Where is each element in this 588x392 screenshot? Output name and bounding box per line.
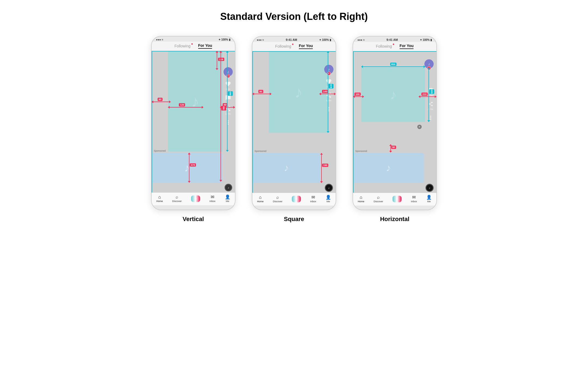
time-h: 9:41 AM (387, 38, 398, 41)
profile-icon-sq: 👤 (326, 195, 331, 200)
nav-discover-v[interactable]: ⌕ Discover (172, 195, 182, 203)
signal-vertical: ●●● ≈ (156, 38, 163, 41)
home-icon-v: ⌂ (158, 195, 161, 199)
left-measure-sq (252, 51, 253, 193)
profile-icon-v: 👤 (225, 195, 230, 199)
nav-discover-label-h: Discover (373, 200, 383, 203)
nav-inbox-sq[interactable]: ✉ Inbox (310, 195, 316, 203)
nav-plus-sq[interactable]: + (292, 196, 301, 202)
tab-following-h[interactable]: Following (376, 44, 392, 48)
label-horizontal: Horizontal (380, 216, 409, 223)
music-bar-h: ♪ (353, 183, 436, 193)
plus-button-v[interactable]: + (191, 195, 200, 202)
nav-inbox-h[interactable]: ✉ Inbox (411, 195, 417, 203)
music-disc-h[interactable]: ♪ (425, 184, 434, 192)
nav-plus-v[interactable]: + (191, 195, 200, 202)
phone-container-square: ●●● ≈ 9:41 AM ✦ 100% ▮ Following For You (252, 36, 336, 223)
nav-bar-horizontal: ⌂ Home ⌕ Discover + ✉ Inbox 👤 Me (353, 193, 436, 206)
label-square: Square (284, 216, 304, 223)
measure-640h-sq-wrap: 640 (326, 51, 330, 133)
avatar-h[interactable]: ♪ + (424, 59, 434, 69)
search-icon-v: ⌕ (176, 195, 178, 199)
status-bar-horizontal: ●●● ≈ 9:41 AM ✦ 100% ▮ (353, 36, 436, 42)
video-area-horizontal: ♪ (361, 68, 425, 122)
nav-home-v[interactable]: ⌂ Home (156, 195, 163, 203)
dot-h (393, 44, 394, 45)
top-measure-sq (252, 51, 336, 52)
nav-me-sq[interactable]: 👤 Me (326, 195, 331, 203)
nav-inbox-label-v: Inbox (209, 200, 215, 203)
nav-home-sq[interactable]: ⌂ Home (257, 195, 264, 203)
plus-button-sq[interactable]: + (292, 196, 301, 202)
measure-100-h: 100 (353, 95, 364, 99)
measure-560-h-wrap: 560 (427, 68, 431, 122)
nav-me-label-v: Me (226, 200, 229, 203)
sponsored-sq: Sponsored (255, 150, 267, 152)
battery-vertical: ✦ 100% ▮ (218, 38, 231, 41)
label-80-h: 80 (391, 146, 396, 149)
phones-row: ●●● ≈ ✦ 100% ▮ Following For You (151, 36, 437, 223)
tab-following-v[interactable]: Following (174, 44, 191, 48)
phone-container-vertical: ●●● ≈ ✦ 100% ▮ Following For You (151, 36, 235, 223)
measure-60-sq-left: 60 (252, 92, 271, 96)
status-bar-vertical: ●●● ≈ ✦ 100% ▮ (152, 36, 235, 42)
tab-foryou-sq[interactable]: For You (299, 44, 313, 49)
search-icon-sq: ⌕ (276, 195, 279, 200)
page-title: Standard Version (Left to Right) (220, 11, 368, 22)
label-120-v: 120 (179, 103, 185, 106)
music-disc-sq[interactable]: ♪ (325, 184, 333, 192)
close-btn-h[interactable]: ✕ (417, 125, 422, 129)
label-370-v: 370 (190, 163, 196, 167)
nav-home-h[interactable]: ⌂ Home (358, 195, 364, 203)
music-bar-v: ♪ (152, 183, 235, 192)
phone-horizontal: ●●● ≈ 9:41 AM ✦ 100% ▮ Following For You (353, 36, 437, 210)
label-60-sq: 60 (258, 90, 263, 93)
nav-me-v[interactable]: 👤 Me (225, 195, 230, 203)
ad-card-h[interactable]: ♪ (353, 153, 424, 183)
home-icon-h: ⌂ (360, 195, 362, 200)
measure-370-wrap: 370 (187, 153, 191, 183)
tiktok-symbol-h: ♪ (428, 62, 430, 66)
nav-me-label-h: Me (427, 200, 431, 203)
tab-foryou-h[interactable]: For You (400, 44, 414, 49)
nav-home-label-sq: Home (257, 200, 264, 203)
phone-container-horizontal: ●●● ≈ 9:41 AM ✦ 100% ▮ Following For You (353, 36, 437, 223)
nav-plus-h[interactable]: + (393, 196, 402, 202)
tabs-horizontal: Following For You (353, 44, 436, 49)
phone-square: ●●● ≈ 9:41 AM ✦ 100% ▮ Following For You (252, 36, 336, 210)
nav-me-h[interactable]: 👤 Me (426, 195, 432, 203)
nav-inbox-v[interactable]: ✉ Inbox (209, 195, 215, 203)
label-100-h: 100 (354, 93, 361, 96)
tab-following-sq[interactable]: Following (275, 44, 291, 48)
content-vertical: ♪ ♪ + 9.6K (152, 51, 235, 192)
measure-80-h-wrap: 80 (388, 144, 393, 152)
left-measure-line-v (152, 51, 152, 192)
profile-icon-h: 👤 (426, 195, 432, 200)
measure-780-wrap: 780 (219, 51, 223, 182)
label-vertical: Vertical (183, 216, 204, 223)
ad-tiktok-sq: ♪ (284, 162, 289, 174)
ad-tiktok-h: ♪ (386, 162, 391, 174)
dot-v (191, 43, 193, 45)
inbox-icon-v: ✉ (211, 195, 214, 199)
home-icon-sq: ⌂ (259, 195, 262, 200)
nav-discover-sq[interactable]: ⌕ Discover (273, 195, 282, 203)
app-header-square: Following For You (252, 42, 336, 51)
tab-foryou-v[interactable]: For You (198, 43, 212, 49)
top-measure-h (353, 51, 436, 52)
plus-button-h[interactable]: + (393, 196, 402, 202)
inbox-icon-h: ✉ (412, 195, 416, 200)
nav-discover-h[interactable]: ⌕ Discover (373, 195, 383, 203)
measure-190-sq: 190 (319, 153, 324, 183)
music-disc-v[interactable]: ♪ (225, 184, 232, 191)
tiktok-logo-h: ♪ (390, 87, 397, 103)
status-bar-square: ●●● ≈ 9:41 AM ✦ 100% ▮ (252, 36, 336, 42)
measure-120-wrap: 120 (168, 105, 203, 109)
battery-square: ✦ 100% ▮ (319, 38, 331, 41)
signal-h: ●●● ≈ (357, 38, 365, 41)
nav-inbox-label-sq: Inbox (310, 200, 316, 203)
label-780-v: 780 (221, 106, 226, 111)
content-horizontal: ♪ ♪ + 9.6K (353, 51, 436, 193)
search-icon-h: ⌕ (377, 195, 380, 200)
ad-card-sq[interactable]: ♪ (252, 153, 320, 183)
